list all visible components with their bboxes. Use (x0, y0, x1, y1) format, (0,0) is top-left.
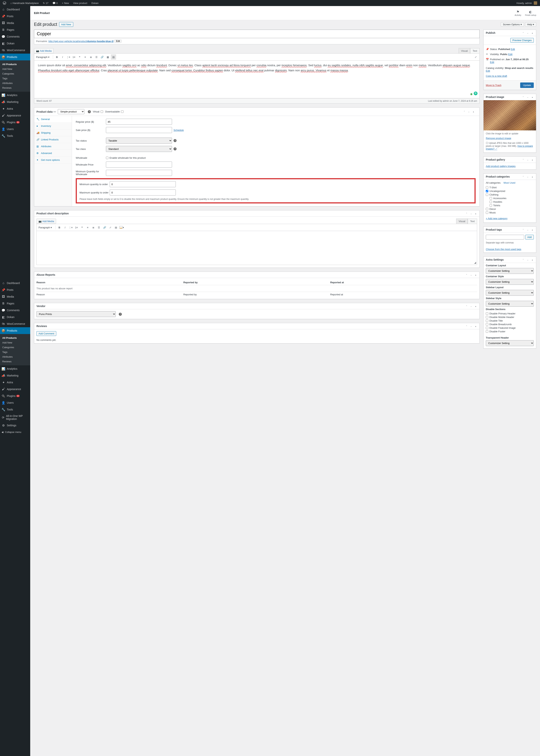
blockquote-icon[interactable]: ❝ (79, 225, 84, 230)
paragraph-select[interactable]: Paragraph ▾ (35, 55, 52, 59)
align-right-icon[interactable]: ☰ (96, 225, 101, 230)
link-icon[interactable]: 🔗 (102, 225, 107, 230)
remove-image-link[interactable]: Remove product image (486, 137, 511, 140)
bullet-list-icon[interactable]: ⋮≡ (68, 225, 73, 230)
site-name[interactable]: ⌂ Handmade Marketplace (9, 0, 40, 6)
move-down-icon[interactable]: ⌄ (525, 227, 530, 232)
move-up-icon[interactable]: ⌃ (464, 272, 469, 277)
text-color-icon[interactable]: ▾ (119, 225, 124, 230)
howdy[interactable]: Howdy, admin (515, 0, 538, 6)
move-down-icon[interactable]: ⌄ (469, 272, 473, 277)
product-type-select[interactable]: Simple product (58, 109, 84, 114)
edit-date-link[interactable]: Edit (490, 61, 494, 63)
sidebar-item-tools[interactable]: 🔧Tools (0, 133, 30, 139)
linked-products-tab[interactable]: 🔗Linked Products (34, 136, 72, 143)
edit-status-link[interactable]: Edit (511, 48, 515, 51)
preview-changes-button[interactable]: Preview Changes (510, 38, 534, 43)
align-left-icon[interactable]: ≡ (85, 225, 90, 230)
move-up-icon[interactable]: ⌃ (521, 174, 525, 179)
permalink-url[interactable]: http://get-your-vehicle.local/product/du… (48, 40, 113, 43)
product-title-input[interactable] (34, 30, 479, 38)
sidebar-item-tools[interactable]: 🔧Tools (0, 406, 30, 413)
sidebar-style-select[interactable]: Customizer Setting (486, 301, 534, 307)
view-product[interactable]: View product (72, 0, 88, 6)
disable-option[interactable]: Disable Title (486, 319, 534, 323)
category-music[interactable]: Music (486, 211, 534, 214)
italic-icon[interactable]: I (62, 225, 68, 230)
all-categories-tab[interactable]: All categories (486, 181, 500, 184)
sidebar-item-pages[interactable]: 🗎Pages (0, 300, 30, 307)
downloadable-checkbox[interactable] (121, 110, 123, 113)
fullscreen-icon[interactable]: ⤢ (108, 225, 113, 230)
submenu-item-tags[interactable]: Tags (0, 350, 30, 355)
sidebar-item-woocommerce[interactable]: 🛍WooCommerce (0, 320, 30, 327)
category-tshirts[interactable]: Tshirts (486, 204, 534, 207)
add-gallery-link[interactable]: Add product gallery images (486, 165, 516, 167)
sidebar-item-marketing[interactable]: 📣Marketing (0, 98, 30, 105)
add-media-button-short[interactable]: 📷 Add Media (37, 219, 56, 224)
move-down-icon[interactable]: ⌄ (525, 174, 530, 179)
sidebar-item-analytics[interactable]: 📊Analytics (0, 365, 30, 372)
help-toggle[interactable]: Help ▾ (525, 22, 536, 27)
add-tag-button[interactable]: Add (525, 235, 534, 240)
wholesale-checkbox[interactable] (106, 157, 108, 159)
move-up-icon[interactable]: ⌃ (521, 227, 525, 232)
disable-option[interactable]: Disable Breadcrumb (486, 323, 534, 326)
fullscreen-icon[interactable]: ⤢ (473, 54, 478, 59)
sidebar-item-marketing[interactable]: 📣Marketing (0, 372, 30, 379)
disable-option[interactable]: Disable Primary Header (486, 312, 534, 315)
edit-visibility-link[interactable]: Edit (508, 53, 512, 56)
bullet-list-icon[interactable]: ⋮≡ (66, 54, 71, 59)
toolbar-toggle-icon[interactable]: ▤ (111, 54, 116, 59)
sidebar-item-media[interactable]: 🖼Media (0, 293, 30, 300)
sidebar-layout-select[interactable]: Customizer Setting (486, 290, 534, 296)
grammarly-icon[interactable]: G (474, 91, 477, 95)
numbered-list-icon[interactable]: 1≡ (71, 54, 76, 59)
disable-option[interactable]: Disable Footer (486, 330, 534, 333)
toggle-panel-icon[interactable]: ▴ (530, 95, 535, 99)
submenu-item-all-products[interactable]: All Products (0, 336, 30, 340)
submenu-item-all-products[interactable]: All Products (0, 62, 30, 66)
attributes-tab[interactable]: ▥Attributes (34, 143, 72, 150)
submenu-item-reviews[interactable]: Reviews (0, 359, 30, 364)
sidebar-item-posts[interactable]: 📌Posts (0, 13, 30, 20)
toggle-panel-icon[interactable]: ▴ (530, 258, 535, 262)
toggle-panel-icon[interactable]: ▴ (530, 227, 535, 232)
regular-price-input[interactable] (106, 119, 172, 125)
move-up-icon[interactable]: ⌃ (464, 304, 469, 308)
sidebar-item-analytics[interactable]: 📊Analytics (0, 92, 30, 98)
toggle-panel-icon[interactable]: ▴ (473, 324, 478, 328)
inventory-tab[interactable]: ●Inventory (34, 123, 72, 130)
move-up-icon[interactable]: ⌃ (464, 324, 469, 328)
move-down-icon[interactable]: ⌄ (525, 258, 530, 262)
toggle-panel-icon[interactable]: ▴ (473, 211, 478, 216)
toggle-panel-icon[interactable]: ▴ (473, 304, 478, 308)
sidebar-item-posts[interactable]: 📌Posts (0, 286, 30, 293)
move-up-icon[interactable]: ⌃ (521, 158, 525, 162)
add-new-category-link[interactable]: + Add new category (486, 216, 507, 221)
collapse-menu[interactable]: ◀ Collapse menu (0, 429, 30, 435)
add-media-button[interactable]: 📷 Add Media (34, 48, 54, 54)
sidebar-item-dokan[interactable]: ◧Dokan (0, 40, 30, 47)
min-qty-order-input[interactable] (110, 181, 176, 187)
comments-count[interactable]: 💬 0 (51, 0, 59, 6)
category-hoodies[interactable]: Hoodies (486, 200, 534, 204)
description-editor[interactable]: Lorem ipsum dolor sit amet, consectetur … (34, 60, 479, 98)
text-tab[interactable]: Text (470, 48, 479, 54)
container-style-select[interactable]: Customizer Setting (486, 279, 534, 285)
move-down-icon[interactable]: ⌄ (469, 211, 473, 216)
sidebar-item-dashboard[interactable]: ⌂Dashboard (0, 6, 30, 13)
sidebar-item-appearance[interactable]: 🖌Appearance (0, 112, 30, 119)
toggle-panel-icon[interactable]: ▴ (530, 174, 535, 179)
align-center-icon[interactable]: ≣ (91, 225, 96, 230)
sidebar-item-all-in-one-wp-migration[interactable]: ⟳All-in-One WP Migration (0, 413, 30, 422)
visual-tab-short[interactable]: Visual (456, 219, 468, 224)
move-down-icon[interactable]: ⌄ (525, 95, 530, 99)
submenu-item-add-new[interactable]: Add New (0, 66, 30, 71)
min-qty-wholesale-input[interactable] (106, 170, 172, 176)
copy-to-draft-link[interactable]: Copy to a new draft (486, 74, 507, 77)
category-accessories[interactable]: Accessories (486, 196, 534, 200)
category-uncategorized[interactable]: Uncategorized (486, 189, 534, 193)
sidebar-item-settings[interactable]: ⚙Settings (0, 422, 30, 429)
updates[interactable]: ↻ 17 (42, 0, 50, 6)
